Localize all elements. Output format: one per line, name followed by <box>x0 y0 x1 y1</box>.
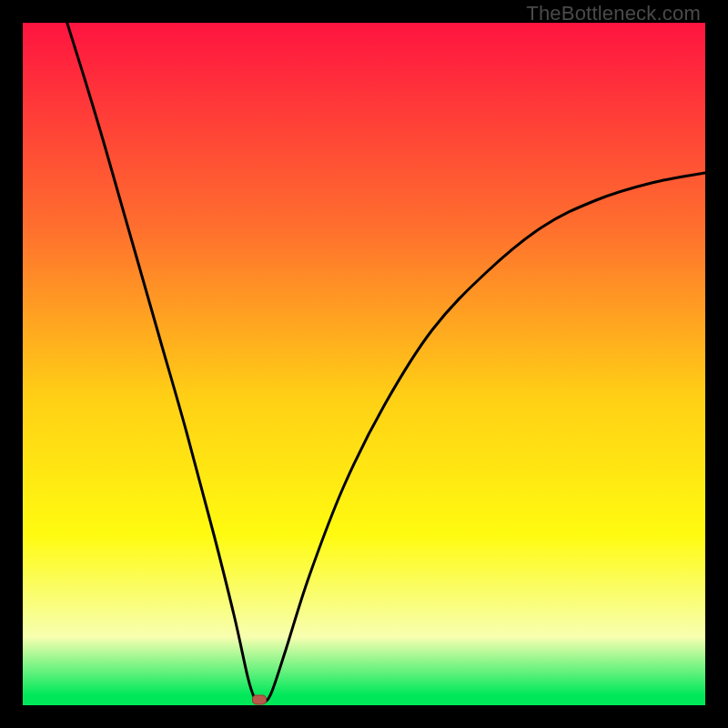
optimal-point-marker <box>252 695 267 705</box>
gradient-background <box>23 23 705 705</box>
chart-frame <box>23 23 705 705</box>
svg-rect-0 <box>23 23 705 705</box>
